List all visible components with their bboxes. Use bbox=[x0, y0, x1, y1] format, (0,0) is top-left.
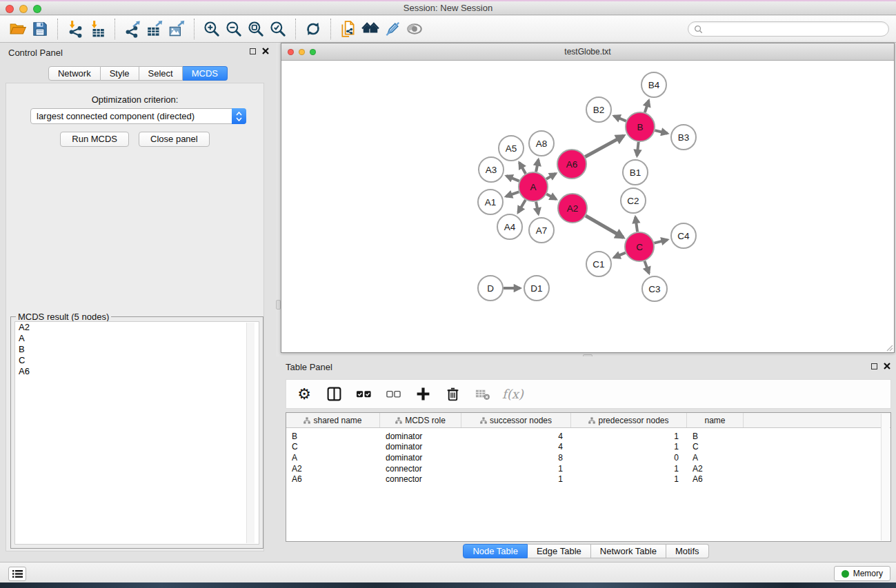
table-row[interactable]: A2connector11A2 bbox=[286, 463, 881, 474]
table-settings-button[interactable]: ⚙ bbox=[295, 385, 314, 404]
edge-A-A8[interactable] bbox=[536, 160, 538, 172]
mcds-result-item[interactable]: A bbox=[15, 333, 259, 344]
table-cell[interactable]: C bbox=[286, 442, 380, 452]
table-cell[interactable]: connector bbox=[380, 464, 461, 474]
clone-network-button[interactable] bbox=[337, 18, 359, 40]
close-window-icon[interactable] bbox=[6, 5, 14, 13]
graph-node-C2[interactable]: C2 bbox=[621, 188, 646, 213]
splitter-grip[interactable] bbox=[276, 300, 281, 310]
edge-A2-C[interactable] bbox=[586, 216, 624, 238]
save-session-button[interactable] bbox=[29, 18, 51, 40]
table-cell[interactable]: 1 bbox=[461, 464, 571, 474]
table-cell[interactable]: A bbox=[687, 453, 744, 463]
graph-node-A1[interactable]: A1 bbox=[478, 190, 503, 214]
graph-node-C[interactable]: C bbox=[625, 232, 654, 261]
edge-A-A5[interactable] bbox=[519, 163, 526, 174]
graph-node-B1[interactable]: B1 bbox=[623, 160, 648, 185]
tab-style[interactable]: Style bbox=[101, 66, 139, 81]
close-network-icon[interactable] bbox=[288, 49, 294, 55]
open-session-button[interactable] bbox=[7, 18, 29, 40]
graph-node-A6[interactable]: A6 bbox=[557, 150, 586, 179]
criterion-dropdown[interactable]: largest connected component (directed) bbox=[30, 108, 246, 124]
tab-network-table[interactable]: Network Table bbox=[591, 544, 666, 558]
graph-node-D1[interactable]: D1 bbox=[524, 276, 549, 301]
table-cell[interactable]: 1 bbox=[571, 464, 687, 474]
column-header-MCDS-role[interactable]: MCDS role bbox=[380, 413, 461, 427]
table-scrollbar[interactable] bbox=[881, 414, 890, 540]
resize-grip-icon[interactable] bbox=[885, 343, 893, 352]
column-layout-button[interactable] bbox=[324, 385, 344, 404]
network-graph[interactable]: AA1A2A3A4A5A6A7A8BB1B2B3B4CC1C2C3C4DD1 bbox=[281, 61, 894, 352]
column-header-shared-name[interactable]: shared name bbox=[286, 413, 380, 427]
close-panel-button[interactable]: Close panel bbox=[139, 132, 210, 147]
zoom-out-button[interactable] bbox=[223, 18, 245, 40]
minimize-network-icon[interactable] bbox=[299, 49, 305, 55]
table-cell[interactable]: connector bbox=[380, 474, 461, 484]
tab-select[interactable]: Select bbox=[139, 66, 183, 81]
network-window-titlebar[interactable]: testGlobe.txt bbox=[281, 43, 894, 61]
table-cell[interactable]: dominator bbox=[380, 432, 461, 441]
graph-node-A3[interactable]: A3 bbox=[479, 157, 504, 182]
table-cell[interactable]: 0 bbox=[571, 453, 687, 463]
zoom-network-icon[interactable] bbox=[310, 49, 316, 55]
refresh-view-button[interactable] bbox=[302, 18, 324, 40]
home-view-button[interactable] bbox=[359, 18, 381, 40]
float-panel-icon[interactable] bbox=[250, 48, 256, 54]
network-traffic-lights[interactable] bbox=[288, 49, 316, 55]
task-history-button[interactable] bbox=[8, 567, 26, 581]
graph-node-D[interactable]: D bbox=[478, 276, 503, 301]
table-cell[interactable]: A bbox=[286, 453, 380, 463]
minimize-window-icon[interactable] bbox=[19, 5, 28, 13]
table-row[interactable]: Cdominator41C bbox=[286, 442, 881, 453]
run-mcds-button[interactable]: Run MCDS bbox=[60, 132, 129, 147]
table-row[interactable]: Bdominator41B bbox=[286, 431, 881, 442]
edge-C-C1[interactable] bbox=[614, 253, 626, 258]
table-cell[interactable]: C bbox=[687, 442, 744, 452]
close-panel-icon[interactable] bbox=[262, 48, 269, 54]
table-cell[interactable]: dominator bbox=[380, 442, 461, 452]
graph-node-B3[interactable]: B3 bbox=[671, 125, 696, 150]
mcds-result-list[interactable]: A2ABCA6 bbox=[14, 321, 259, 545]
table-cell[interactable]: dominator bbox=[380, 453, 461, 463]
zoom-selected-button[interactable] bbox=[267, 18, 289, 40]
table-cell[interactable]: B bbox=[286, 432, 380, 441]
graph-node-A2[interactable]: A2 bbox=[558, 194, 587, 223]
tab-network[interactable]: Network bbox=[48, 66, 101, 81]
network-canvas[interactable]: AA1A2A3A4A5A6A7A8BB1B2B3B4CC1C2C3C4DD1 bbox=[281, 61, 894, 352]
edge-A-A1[interactable] bbox=[506, 192, 519, 196]
column-header-predecessor-nodes[interactable]: predecessor nodes bbox=[571, 413, 687, 427]
mcds-result-item[interactable]: A2 bbox=[15, 322, 259, 333]
table-cell[interactable]: 1 bbox=[571, 432, 687, 441]
table-cell[interactable]: 8 bbox=[461, 453, 571, 463]
table-cell[interactable]: 1 bbox=[571, 474, 687, 484]
edge-B-B3[interactable] bbox=[655, 130, 667, 133]
export-table-button[interactable] bbox=[143, 18, 166, 40]
edge-A-A3[interactable] bbox=[506, 176, 519, 181]
zoom-window-icon[interactable] bbox=[33, 5, 41, 13]
toggle-visibility-button[interactable] bbox=[404, 18, 426, 40]
import-table-button[interactable] bbox=[86, 18, 108, 40]
edge-A-A2[interactable] bbox=[546, 194, 556, 200]
table-row[interactable]: Adominator80A bbox=[286, 452, 881, 463]
import-network-button[interactable] bbox=[64, 18, 86, 40]
graph-node-B[interactable]: B bbox=[626, 112, 655, 141]
table-cell[interactable]: 1 bbox=[571, 442, 687, 452]
zoom-fit-button[interactable] bbox=[245, 18, 267, 40]
table-cell[interactable]: A2 bbox=[687, 464, 744, 474]
edge-A-A6[interactable] bbox=[546, 174, 556, 179]
graph-node-C3[interactable]: C3 bbox=[642, 276, 667, 301]
table-cell[interactable]: 4 bbox=[461, 432, 571, 441]
edge-A-A4[interactable] bbox=[518, 200, 526, 212]
column-header-successor-nodes[interactable]: successor nodes bbox=[461, 413, 571, 427]
delete-column-button[interactable] bbox=[443, 385, 462, 404]
deselect-all-columns-button[interactable] bbox=[384, 385, 403, 404]
zoom-in-button[interactable] bbox=[201, 18, 223, 40]
table-cell[interactable]: 1 bbox=[461, 474, 571, 484]
tab-edge-table[interactable]: Edge Table bbox=[528, 544, 591, 558]
table-row[interactable]: A6connector11A6 bbox=[286, 474, 881, 485]
edge-A-A7[interactable] bbox=[536, 202, 538, 214]
edge-C-C3[interactable] bbox=[644, 261, 648, 274]
export-image-button[interactable] bbox=[166, 18, 188, 40]
table-cell[interactable]: A6 bbox=[286, 474, 380, 484]
graph-node-A4[interactable]: A4 bbox=[497, 214, 522, 239]
